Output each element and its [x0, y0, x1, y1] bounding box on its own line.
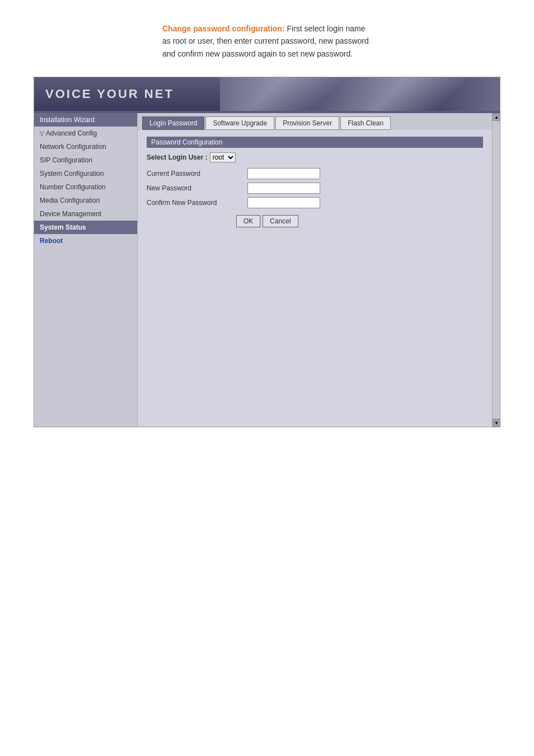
- app-frame: VOICE YOUR NET Installation Wizard Advan…: [34, 77, 500, 427]
- sidebar-item-installation-wizard[interactable]: Installation Wizard: [34, 113, 137, 127]
- current-password-row: Current Password: [147, 168, 483, 179]
- sidebar-item-advanced-config[interactable]: Advanced Config: [34, 127, 137, 140]
- select-login-user-row: Select Login User : root user: [147, 152, 483, 162]
- sidebar-item-system-status[interactable]: System Status: [34, 221, 137, 234]
- app-logo: VOICE YOUR NET: [45, 87, 174, 101]
- description-highlight: Change password configuration:: [162, 24, 285, 33]
- new-password-input[interactable]: [247, 183, 320, 194]
- tab-flash-clean[interactable]: Flash Clean: [340, 116, 391, 130]
- form-container: Password Configuration Select Login User…: [138, 130, 492, 234]
- sidebar-item-network-configuration[interactable]: Network Configuration: [34, 140, 137, 153]
- sidebar-item-reboot[interactable]: Reboot: [34, 234, 137, 248]
- sidebar-item-media-configuration[interactable]: Media Configuration: [34, 194, 137, 207]
- select-login-user-label: Select Login User :: [147, 153, 208, 161]
- description-area: Change password configuration: First sel…: [0, 0, 534, 77]
- sidebar: Installation Wizard Advanced Config Netw…: [34, 113, 138, 427]
- header-decoration: [220, 77, 500, 111]
- button-row: OK Cancel: [147, 215, 483, 227]
- current-password-input[interactable]: [247, 168, 320, 179]
- form-section-title: Password Configuration: [147, 137, 483, 148]
- current-password-label: Current Password: [147, 170, 247, 178]
- tab-provision-server[interactable]: Provision Server: [275, 116, 339, 130]
- confirm-password-row: Confirm New Password: [147, 197, 483, 208]
- scroll-down-button[interactable]: ▼: [493, 419, 500, 427]
- select-login-user[interactable]: root user: [210, 152, 236, 162]
- sidebar-item-device-management[interactable]: Device Management: [34, 207, 137, 221]
- main-layout: Installation Wizard Advanced Config Netw…: [34, 113, 500, 427]
- confirm-password-input[interactable]: [247, 197, 320, 208]
- tab-software-upgrade[interactable]: Software Upgrade: [205, 116, 274, 130]
- confirm-password-label: Confirm New Password: [147, 199, 247, 207]
- cancel-button[interactable]: Cancel: [263, 215, 298, 227]
- tab-login-password[interactable]: Login Password: [142, 116, 204, 130]
- ok-button[interactable]: OK: [236, 215, 260, 227]
- sidebar-item-sip-configuration[interactable]: SIP Configuration: [34, 153, 137, 167]
- new-password-row: New Password: [147, 183, 483, 194]
- tab-bar: Login Password Software Upgrade Provisio…: [138, 113, 492, 130]
- app-header: VOICE YOUR NET: [34, 77, 500, 111]
- sidebar-item-system-configuration[interactable]: System Configuration: [34, 167, 137, 180]
- sidebar-item-number-configuration[interactable]: Number Configuration: [34, 180, 137, 194]
- content-area: Login Password Software Upgrade Provisio…: [138, 113, 492, 427]
- scrollbar[interactable]: ▲ ▼: [492, 113, 500, 427]
- new-password-label: New Password: [147, 184, 247, 192]
- scroll-up-button[interactable]: ▲: [493, 113, 500, 121]
